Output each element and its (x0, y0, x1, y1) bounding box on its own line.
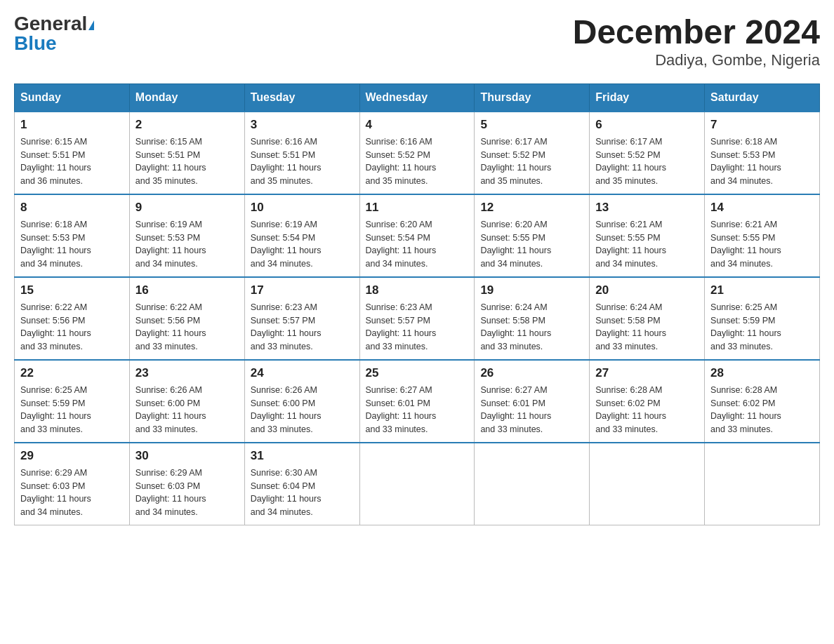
sunrise-label: Sunrise: 6:24 AM (480, 302, 547, 312)
calendar-cell: 8 Sunrise: 6:18 AM Sunset: 5:53 PM Dayli… (15, 194, 130, 277)
calendar-cell: 18 Sunrise: 6:23 AM Sunset: 5:57 PM Dayl… (359, 277, 475, 360)
daylight-label: Daylight: 11 hours (595, 328, 666, 338)
sunset-label: Sunset: 5:57 PM (251, 316, 315, 326)
day-info: Sunrise: 6:28 AM Sunset: 6:02 PM Dayligh… (710, 384, 814, 436)
header-wednesday: Wednesday (359, 83, 475, 112)
sunset-label: Sunset: 6:02 PM (710, 398, 775, 408)
calendar-cell: 20 Sunrise: 6:24 AM Sunset: 5:58 PM Dayl… (590, 277, 705, 360)
sunrise-label: Sunrise: 6:29 AM (135, 468, 202, 478)
daylight-label: Daylight: 11 hours (251, 494, 322, 504)
logo: General Blue (14, 14, 94, 53)
daylight-label: Daylight: 11 hours (135, 328, 206, 338)
daylight-label: Daylight: 11 hours (595, 246, 666, 255)
calendar-cell (705, 443, 820, 525)
daylight-minutes: and 33 minutes. (480, 424, 543, 434)
daylight-minutes: and 33 minutes. (366, 342, 428, 351)
daylight-minutes: and 33 minutes. (20, 424, 83, 434)
calendar-cell: 25 Sunrise: 6:27 AM Sunset: 6:01 PM Dayl… (359, 360, 475, 443)
day-info: Sunrise: 6:20 AM Sunset: 5:55 PM Dayligh… (480, 218, 583, 271)
day-info: Sunrise: 6:29 AM Sunset: 6:03 PM Dayligh… (135, 467, 239, 519)
calendar-cell: 12 Sunrise: 6:20 AM Sunset: 5:55 PM Dayl… (475, 194, 590, 277)
day-info: Sunrise: 6:15 AM Sunset: 5:51 PM Dayligh… (20, 135, 124, 188)
daylight-minutes: and 33 minutes. (595, 342, 658, 351)
day-number: 11 (366, 201, 469, 215)
calendar-cell: 13 Sunrise: 6:21 AM Sunset: 5:55 PM Dayl… (590, 194, 705, 277)
calendar-cell: 9 Sunrise: 6:19 AM Sunset: 5:53 PM Dayli… (129, 194, 244, 277)
day-number: 4 (366, 118, 469, 132)
calendar-cell (590, 443, 705, 525)
month-title: December 2024 (573, 14, 820, 51)
sunrise-label: Sunrise: 6:18 AM (710, 137, 777, 147)
day-number: 19 (480, 283, 583, 297)
daylight-label: Daylight: 11 hours (480, 328, 551, 338)
daylight-label: Daylight: 11 hours (710, 328, 781, 338)
daylight-minutes: and 34 minutes. (251, 259, 313, 269)
calendar-cell: 11 Sunrise: 6:20 AM Sunset: 5:54 PM Dayl… (359, 194, 475, 277)
calendar-cell: 27 Sunrise: 6:28 AM Sunset: 6:02 PM Dayl… (590, 360, 705, 443)
day-info: Sunrise: 6:15 AM Sunset: 5:51 PM Dayligh… (135, 135, 239, 188)
sunset-label: Sunset: 6:04 PM (251, 481, 315, 491)
sunset-label: Sunset: 6:01 PM (366, 398, 430, 408)
calendar-table: Sunday Monday Tuesday Wednesday Thursday… (14, 83, 820, 525)
day-number: 24 (251, 366, 354, 380)
day-number: 10 (251, 201, 354, 215)
logo-blue-text: Blue (14, 34, 57, 53)
sunrise-label: Sunrise: 6:20 AM (480, 220, 547, 229)
calendar-cell: 22 Sunrise: 6:25 AM Sunset: 5:59 PM Dayl… (15, 360, 130, 443)
day-info: Sunrise: 6:25 AM Sunset: 5:59 PM Dayligh… (20, 384, 124, 436)
day-info: Sunrise: 6:19 AM Sunset: 5:54 PM Dayligh… (251, 218, 354, 271)
day-info: Sunrise: 6:28 AM Sunset: 6:02 PM Dayligh… (595, 384, 699, 436)
day-number: 31 (251, 449, 354, 463)
sunrise-label: Sunrise: 6:17 AM (595, 137, 662, 147)
logo-general-text: General (14, 13, 87, 34)
day-number: 18 (366, 283, 469, 297)
sunset-label: Sunset: 5:53 PM (20, 233, 85, 243)
sunset-label: Sunset: 5:54 PM (251, 233, 315, 243)
day-info: Sunrise: 6:16 AM Sunset: 5:52 PM Dayligh… (366, 135, 469, 188)
sunrise-label: Sunrise: 6:27 AM (480, 385, 547, 395)
day-number: 16 (135, 283, 239, 297)
calendar-week-row-5: 29 Sunrise: 6:29 AM Sunset: 6:03 PM Dayl… (15, 443, 820, 525)
daylight-minutes: and 34 minutes. (480, 259, 543, 269)
calendar-cell: 10 Sunrise: 6:19 AM Sunset: 5:54 PM Dayl… (244, 194, 359, 277)
daylight-minutes: and 34 minutes. (251, 507, 313, 517)
day-info: Sunrise: 6:24 AM Sunset: 5:58 PM Dayligh… (480, 301, 583, 354)
sunset-label: Sunset: 6:00 PM (251, 398, 315, 408)
day-number: 28 (710, 366, 814, 380)
day-number: 13 (595, 201, 699, 215)
title-section: December 2024 Dadiya, Gombe, Nigeria (573, 14, 820, 69)
day-number: 20 (595, 283, 699, 297)
daylight-label: Daylight: 11 hours (135, 411, 206, 421)
daylight-minutes: and 34 minutes. (20, 507, 83, 517)
daylight-label: Daylight: 11 hours (251, 246, 322, 255)
daylight-label: Daylight: 11 hours (366, 411, 437, 421)
sunrise-label: Sunrise: 6:20 AM (366, 220, 432, 229)
sunrise-label: Sunrise: 6:30 AM (251, 468, 317, 478)
calendar-cell: 23 Sunrise: 6:26 AM Sunset: 6:00 PM Dayl… (129, 360, 244, 443)
sunrise-label: Sunrise: 6:19 AM (135, 220, 202, 229)
sunrise-label: Sunrise: 6:28 AM (710, 385, 777, 395)
calendar-header-row: Sunday Monday Tuesday Wednesday Thursday… (15, 83, 820, 112)
day-info: Sunrise: 6:17 AM Sunset: 5:52 PM Dayligh… (595, 135, 699, 188)
day-info: Sunrise: 6:17 AM Sunset: 5:52 PM Dayligh… (480, 135, 583, 188)
sunrise-label: Sunrise: 6:27 AM (366, 385, 432, 395)
sunrise-label: Sunrise: 6:16 AM (366, 137, 432, 147)
daylight-label: Daylight: 11 hours (480, 246, 551, 255)
calendar-cell: 31 Sunrise: 6:30 AM Sunset: 6:04 PM Dayl… (244, 443, 359, 525)
day-info: Sunrise: 6:26 AM Sunset: 6:00 PM Dayligh… (135, 384, 239, 436)
daylight-label: Daylight: 11 hours (480, 411, 551, 421)
sunset-label: Sunset: 6:03 PM (20, 481, 85, 491)
day-number: 6 (595, 118, 699, 132)
day-number: 23 (135, 366, 239, 380)
day-number: 15 (20, 283, 124, 297)
sunset-label: Sunset: 6:00 PM (135, 398, 200, 408)
day-number: 27 (595, 366, 699, 380)
sunrise-label: Sunrise: 6:22 AM (135, 302, 202, 312)
daylight-minutes: and 34 minutes. (135, 259, 198, 269)
calendar-cell: 29 Sunrise: 6:29 AM Sunset: 6:03 PM Dayl… (15, 443, 130, 525)
sunrise-label: Sunrise: 6:25 AM (710, 302, 777, 312)
daylight-minutes: and 35 minutes. (251, 176, 313, 186)
daylight-label: Daylight: 11 hours (20, 494, 91, 504)
daylight-minutes: and 33 minutes. (595, 424, 658, 434)
daylight-minutes: and 34 minutes. (20, 259, 83, 269)
